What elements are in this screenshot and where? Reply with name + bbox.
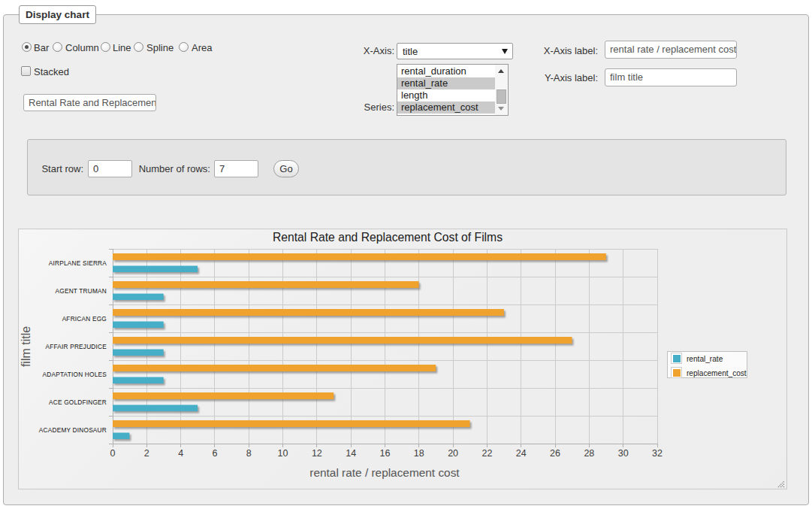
svg-text:14: 14	[346, 448, 356, 459]
svg-text:rental rate / replacement cost: rental rate / replacement cost	[309, 466, 460, 479]
svg-text:4: 4	[178, 448, 183, 459]
svg-text:32: 32	[652, 448, 663, 459]
svg-text:22: 22	[481, 448, 492, 459]
svg-text:30: 30	[618, 448, 629, 459]
svg-text:2: 2	[144, 448, 149, 459]
svg-text:18: 18	[414, 448, 424, 459]
svg-text:16: 16	[380, 448, 391, 459]
svg-text:26: 26	[550, 448, 560, 459]
svg-text:rental_rate: rental_rate	[687, 355, 723, 363]
svg-text:AGENT TRUMAN: AGENT TRUMAN	[56, 287, 107, 295]
svg-text:ACE GOLDFINGER: ACE GOLDFINGER	[49, 398, 107, 406]
svg-text:10: 10	[278, 448, 288, 459]
svg-text:20: 20	[448, 448, 458, 459]
svg-text:film title: film title	[20, 326, 32, 367]
svg-text:28: 28	[584, 448, 594, 459]
svg-text:12: 12	[312, 448, 322, 459]
svg-text:ADAPTATION HOLES: ADAPTATION HOLES	[43, 371, 107, 378]
svg-text:8: 8	[246, 448, 252, 459]
svg-text:0: 0	[110, 448, 116, 459]
svg-text:AIRPLANE SIERRA: AIRPLANE SIERRA	[49, 259, 107, 267]
svg-text:Rental Rate and Replacement Co: Rental Rate and Replacement Cost of Film…	[273, 231, 503, 244]
svg-text:AFFAIR PREJUDICE: AFFAIR PREJUDICE	[45, 343, 107, 350]
svg-text:AFRICAN EGG: AFRICAN EGG	[62, 315, 107, 323]
svg-text:24: 24	[516, 448, 527, 459]
svg-text:replacement_cost: replacement_cost	[687, 369, 747, 377]
svg-text:6: 6	[212, 448, 217, 459]
svg-text:ACADEMY DINOSAUR: ACADEMY DINOSAUR	[39, 426, 107, 434]
